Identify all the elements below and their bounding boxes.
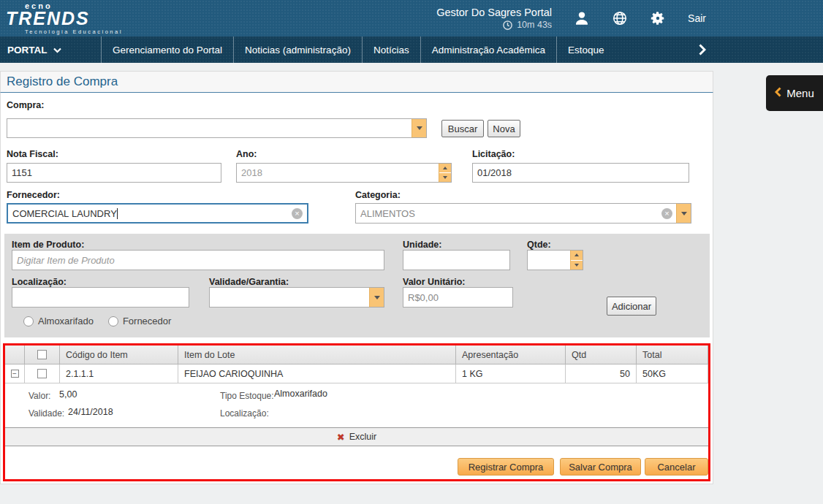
unidade-label: Unidade: (403, 240, 441, 250)
compra-input[interactable] (7, 118, 412, 138)
triangle-down-icon (574, 264, 579, 267)
buscar-button[interactable]: Buscar (441, 120, 484, 137)
registrar-compra-button[interactable]: Registrar Compra (458, 458, 554, 476)
grid-data-row: 2.1.1.1 FEIJAO CARIOQUINHA 1 KG 50 50KG (5, 364, 708, 383)
fornecedor-radio[interactable] (108, 316, 118, 327)
validade-garantia-input[interactable] (209, 287, 369, 308)
ano-spinner-field (236, 163, 452, 183)
nav-portal-label: PORTAL (7, 45, 48, 56)
fornecedor-input[interactable]: COMERCIAL LAUNDRY (7, 203, 308, 224)
categoria-input[interactable] (355, 203, 676, 224)
chevron-down-icon (53, 45, 61, 56)
nav-portal-dropdown[interactable]: PORTAL (0, 37, 101, 63)
nav-item-gerenciamento-portal[interactable]: Gerenciamento do Portal (101, 37, 233, 63)
grid-header-qtd[interactable]: Qtd (566, 345, 637, 364)
ano-input[interactable] (236, 163, 439, 183)
validade-garantia-combobox (209, 287, 384, 308)
portal-title: Gestor Do Sagres Portal (436, 7, 552, 18)
qtde-spin-down-button[interactable] (571, 261, 583, 270)
nova-button[interactable]: Nova (488, 120, 520, 137)
main-nav: PORTAL Gerenciamento do Portal Noticias … (0, 37, 823, 63)
categoria-dropdown-button[interactable] (676, 203, 691, 224)
user-icon[interactable] (574, 10, 590, 26)
licitacao-label: Licitação: (472, 149, 515, 159)
session-timer-value: 10m 43s (517, 20, 552, 30)
nota-fiscal-input[interactable] (7, 163, 221, 183)
text-caret (117, 208, 118, 219)
gear-icon[interactable] (650, 10, 666, 26)
triangle-down-icon (443, 176, 447, 179)
licitacao-input[interactable] (472, 163, 689, 183)
valor-unitario-label: Valor Unitário: (403, 277, 465, 287)
brand-logo[interactable]: ecno TRENDS Tecnologia Educacional (6, 1, 123, 35)
adicionar-button[interactable]: Adicionar (607, 297, 656, 316)
page-title-bar: Registro de Compra (0, 71, 713, 93)
grid-header-codigo[interactable]: Código do Item (60, 345, 178, 364)
purchase-items-grid: Código do Item Item do Lote Apresentação… (3, 343, 710, 481)
excluir-button[interactable]: Excluir (5, 427, 708, 446)
grid-header-apresentacao[interactable]: Apresentação (456, 345, 566, 364)
detail-localizacao-label: Localização: (220, 408, 269, 419)
ano-spin-down-button[interactable] (439, 173, 451, 182)
collapse-row-icon[interactable] (11, 370, 19, 378)
validade-garantia-label: Validade/Garantia: (209, 277, 289, 287)
fornecedor-value: COMERCIAL LAUNDRY (12, 208, 292, 219)
select-all-checkbox[interactable] (37, 350, 47, 359)
row-checkbox[interactable] (37, 369, 47, 378)
nav-item-administracao-academica[interactable]: Administração Acadêmica (420, 37, 556, 63)
nav-item-noticias-administracao[interactable]: Noticias (administração) (233, 37, 362, 63)
chevron-left-icon (775, 87, 781, 99)
salvar-compra-button[interactable]: Salvar Compra (560, 458, 641, 476)
session-timer: 10m 43s (502, 20, 552, 31)
categoria-label: Categoria: (355, 190, 401, 200)
almoxarifado-radio[interactable] (23, 316, 34, 327)
row-item-lote: FEIJAO CARIOQUINHA (178, 364, 456, 383)
triangle-up-icon (574, 253, 579, 256)
delete-x-icon (337, 432, 345, 443)
triangle-up-icon (443, 167, 447, 169)
validade-garantia-dropdown-button[interactable] (369, 287, 384, 308)
cancelar-button[interactable]: Cancelar (645, 458, 708, 476)
nav-item-noticias[interactable]: Notícias (362, 37, 420, 63)
triangle-down-icon (374, 296, 380, 299)
compra-label: Compra: (7, 100, 44, 110)
ano-label: Ano: (236, 149, 257, 159)
valor-unitario-input[interactable] (403, 287, 513, 308)
item-produto-label: Item de Produto: (12, 240, 84, 250)
clock-icon (502, 20, 513, 31)
ano-spin-up-button[interactable] (439, 164, 451, 173)
detail-valor-value: 5,00 (59, 389, 77, 400)
qtde-spinner-field (527, 250, 583, 270)
grid-header-expander-cell (5, 345, 25, 364)
globe-icon[interactable] (612, 10, 628, 26)
logout-link[interactable]: Sair (688, 12, 706, 24)
qtde-spin-up-button[interactable] (571, 251, 583, 261)
localizacao-input[interactable] (12, 287, 189, 308)
unidade-input[interactable] (403, 250, 510, 270)
row-codigo: 2.1.1.1 (60, 364, 178, 383)
compra-dropdown-button[interactable] (412, 118, 427, 138)
almoxarifado-radio-label: Almoxarifado (38, 316, 94, 327)
categoria-clear-icon[interactable] (661, 208, 672, 219)
fornecedor-clear-icon[interactable] (292, 208, 303, 219)
detail-valor-label: Valor: (29, 391, 50, 401)
row-detail-panel: Valor: 5,00 Tipo Estoque: Almoxarifado V… (5, 383, 708, 427)
excluir-label: Excluir (349, 432, 377, 442)
fornecedor-label: Fornecedor: (7, 190, 60, 200)
grid-actions-bar: Registrar Compra Salvar Compra Cancelar (5, 446, 708, 486)
nav-more-chevron-right-icon[interactable] (691, 37, 713, 63)
top-header: ecno TRENDS Tecnologia Educacional Gesto… (0, 0, 823, 37)
fornecedor-radio-label: Fornecedor (123, 316, 171, 327)
detail-validade-label: Validade: (29, 408, 64, 419)
grid-header-row: Código do Item Item do Lote Apresentação… (5, 345, 708, 364)
nav-item-estoque[interactable]: Estoque (556, 37, 615, 63)
grid-header-item-lote[interactable]: Item do Lote (178, 345, 456, 364)
localizacao-label: Localização: (12, 277, 67, 287)
triangle-down-icon (681, 212, 687, 215)
qtde-input[interactable] (527, 250, 570, 270)
grid-header-total[interactable]: Total (637, 345, 708, 364)
menu-button[interactable]: Menu (766, 75, 823, 111)
item-produto-input[interactable] (12, 250, 384, 270)
brand-logo-main: TRENDS (6, 10, 123, 26)
grid-header-checkbox-cell (25, 345, 60, 364)
